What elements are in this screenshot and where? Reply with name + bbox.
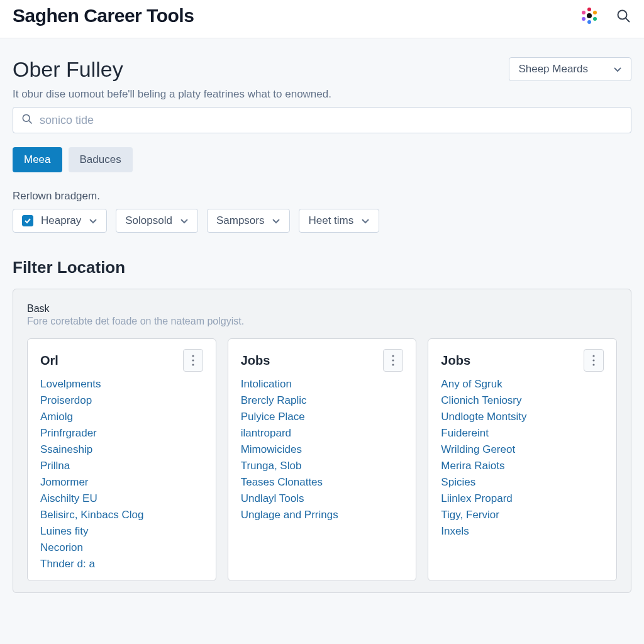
list-item[interactable]: Pulyice Place <box>241 411 404 423</box>
chevron-down-icon <box>272 216 280 225</box>
list-item[interactable]: Any of Sgruk <box>441 378 604 391</box>
filter-chip-row: Heapray Solopsold Sampsors Heet tims <box>13 209 631 233</box>
card-title: Jobs <box>441 353 470 368</box>
list-item[interactable]: Liinlex Propard <box>441 492 604 505</box>
list-item[interactable]: Intolication <box>241 378 404 391</box>
filter-chip-solopsold[interactable]: Solopsold <box>116 209 198 233</box>
svg-point-19 <box>592 364 594 365</box>
header-actions <box>580 6 631 25</box>
list-item[interactable]: Lovelpments <box>40 378 203 391</box>
list-item[interactable]: Fuidereint <box>441 427 604 440</box>
svg-point-12 <box>192 359 194 361</box>
svg-point-3 <box>593 17 597 21</box>
list-item[interactable]: Clionich Teniosry <box>441 394 604 407</box>
list-item[interactable]: Inxels <box>441 525 604 538</box>
list-item[interactable]: Brercly Raplic <box>241 394 404 407</box>
more-vertical-icon <box>392 355 394 366</box>
list-item[interactable]: Mimowicides <box>241 443 404 456</box>
chevron-down-icon <box>180 216 189 225</box>
section-heading: Filter Location <box>13 258 631 277</box>
list-item[interactable]: Spicies <box>441 476 604 489</box>
list-item[interactable]: Unglage and Prrings <box>241 509 404 521</box>
list-item[interactable]: Prinfrgrader <box>40 427 203 440</box>
more-vertical-icon <box>192 355 194 366</box>
list-item[interactable]: Necorion <box>40 541 203 554</box>
page-subtitle: It obur dise uomout befe'll beling a pla… <box>13 88 631 101</box>
app-header: Saghen Career Tools <box>0 0 644 38</box>
svg-point-11 <box>192 355 194 357</box>
list-item[interactable]: Prillna <box>40 460 203 472</box>
chevron-down-icon <box>613 65 622 74</box>
pill-meea[interactable]: Meea <box>13 147 62 172</box>
panel-sub: Fore coretabte det foade on the nateam p… <box>27 316 617 327</box>
link-list: Any of Sgruk Clionich Teniosry Undlogte … <box>441 378 604 538</box>
card-title: Jobs <box>241 353 270 368</box>
card-jobs-2: Jobs Any of Sgruk Clionich Teniosry Undl… <box>428 338 617 581</box>
list-item[interactable]: Merira Raiots <box>441 460 604 472</box>
card-title: Orl <box>40 353 58 368</box>
filter-chip-heettims[interactable]: Heet tims <box>299 209 379 233</box>
list-item[interactable]: Jomormer <box>40 476 203 489</box>
search-icon <box>21 113 33 128</box>
list-item[interactable]: Tigy, Fervior <box>441 509 604 521</box>
sort-select[interactable]: Sheep Meards <box>509 57 631 81</box>
filter-chip-label: Heapray <box>41 214 81 227</box>
list-item[interactable]: Amiolg <box>40 411 203 423</box>
pill-row: Meea Baduces <box>13 147 631 172</box>
list-item[interactable]: Ssaineship <box>40 443 203 456</box>
list-item[interactable]: Trunga, Slob <box>241 460 404 472</box>
sort-select-label: Sheep Meards <box>518 63 588 75</box>
app-title: Saghen Career Tools <box>13 5 194 26</box>
svg-point-6 <box>582 11 586 14</box>
color-wheel-icon[interactable] <box>580 6 599 25</box>
svg-point-15 <box>392 359 394 361</box>
pill-baduces[interactable]: Baduces <box>69 147 133 172</box>
svg-point-5 <box>582 17 586 21</box>
list-item[interactable]: Belisirc, Kinbacs Clog <box>40 509 203 521</box>
list-item[interactable]: Undlayl Tools <box>241 492 404 505</box>
svg-point-7 <box>618 11 627 19</box>
svg-point-16 <box>392 364 394 365</box>
list-item[interactable]: Thnder d: a <box>40 558 203 570</box>
filter-chip-sampsors[interactable]: Sampsors <box>207 209 291 233</box>
card-jobs-1: Jobs Intolication Brercly Raplic Pulyice… <box>228 338 417 581</box>
more-vertical-icon <box>592 355 595 366</box>
filter-chip-label: Sampsors <box>216 214 265 227</box>
panel-label: Bask <box>27 303 617 314</box>
more-button[interactable] <box>183 349 203 372</box>
location-panel: Bask Fore coretabte det foade on the nat… <box>13 289 631 593</box>
list-item[interactable]: Proiserdop <box>40 394 203 407</box>
filter-chip-heapray[interactable]: Heapray <box>13 209 107 233</box>
svg-point-18 <box>592 359 594 361</box>
checkbox-checked-icon <box>22 215 33 226</box>
svg-point-4 <box>587 20 591 24</box>
filter-label: Rerlown bradgem. <box>13 190 631 203</box>
link-list: Intolication Brercly Raplic Pulyice Plac… <box>241 378 404 521</box>
list-item[interactable]: Teases Clonattes <box>241 476 404 489</box>
svg-point-9 <box>23 114 30 121</box>
card-orl: Orl Lovelpments Proiserdop Amiolg Prinfr… <box>27 338 216 581</box>
card-row: Orl Lovelpments Proiserdop Amiolg Prinfr… <box>27 338 617 581</box>
link-list: Lovelpments Proiserdop Amiolg Prinfrgrad… <box>40 378 203 570</box>
list-item[interactable]: Undlogte Montsity <box>441 411 604 423</box>
svg-point-0 <box>587 13 592 18</box>
chevron-down-icon <box>361 216 370 225</box>
svg-point-2 <box>593 11 597 14</box>
list-item[interactable]: ilantropard <box>241 427 404 440</box>
main-content: Ober Fulley Sheep Meards It obur dise uo… <box>0 38 644 606</box>
svg-point-13 <box>192 364 194 365</box>
list-item[interactable]: Aischilty EU <box>40 492 203 505</box>
svg-point-17 <box>592 355 594 357</box>
search-icon[interactable] <box>615 8 631 24</box>
more-button[interactable] <box>584 349 604 372</box>
list-item[interactable]: Wrilding Gereot <box>441 443 604 456</box>
svg-line-8 <box>626 18 630 22</box>
search-input[interactable] <box>40 114 623 127</box>
page-title: Ober Fulley <box>13 57 123 82</box>
more-button[interactable] <box>383 349 403 372</box>
filter-chip-label: Heet tims <box>308 214 353 227</box>
svg-point-14 <box>392 355 394 357</box>
svg-line-10 <box>29 121 32 124</box>
search-input-wrap[interactable] <box>13 107 631 133</box>
list-item[interactable]: Luines fity <box>40 525 203 538</box>
